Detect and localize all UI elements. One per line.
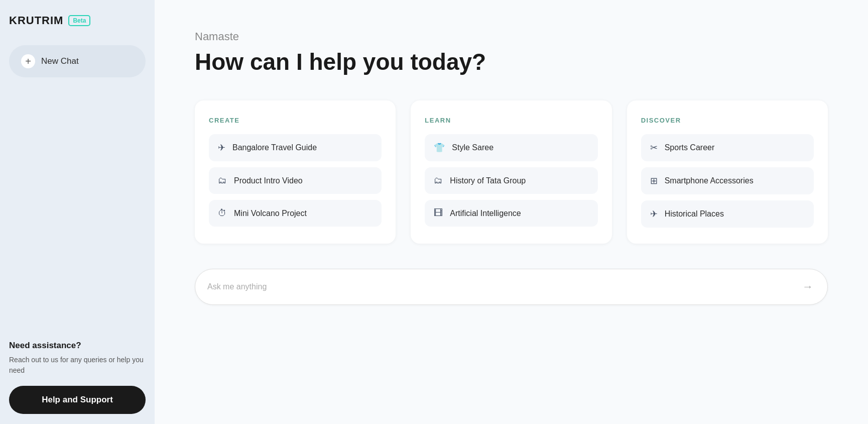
- greeting-main: How can I help you today?: [195, 48, 828, 75]
- item-icon: 🗂: [434, 175, 443, 186]
- card-item[interactable]: ✂Sports Career: [641, 134, 814, 161]
- item-icon: ✈: [218, 142, 225, 153]
- card-header-discover: DISCOVER: [641, 117, 814, 124]
- card-item[interactable]: ⊞Smartphone Accessories: [641, 167, 814, 194]
- card-header-create: CREATE: [209, 117, 382, 124]
- card-item[interactable]: ✈Historical Places: [641, 200, 814, 228]
- sidebar-bottom: Need assistance? Reach out to us for any…: [9, 341, 146, 414]
- new-chat-label: New Chat: [41, 56, 79, 66]
- chat-input[interactable]: [207, 282, 800, 291]
- card-item[interactable]: ✈Bangalore Travel Guide: [209, 134, 382, 161]
- item-icon: 👕: [434, 142, 445, 153]
- chat-input-area: →: [195, 269, 828, 305]
- item-icon: ✂: [650, 142, 658, 153]
- item-icon: 🎞: [434, 208, 443, 219]
- item-label: Sports Career: [665, 143, 715, 152]
- logo-area: KRUTRIM Beta: [9, 10, 146, 31]
- item-label: Historical Places: [665, 209, 724, 219]
- help-support-button[interactable]: Help and Support: [9, 386, 146, 414]
- logo-text: KRUTRIM: [9, 14, 63, 27]
- sidebar: KRUTRIM Beta + New Chat Need assistance?…: [0, 0, 155, 424]
- card-item[interactable]: 👕Style Saree: [425, 134, 597, 161]
- plus-icon: +: [21, 54, 35, 68]
- card-create: CREATE✈Bangalore Travel Guide🗂Product In…: [195, 100, 396, 244]
- item-icon: ⊞: [650, 175, 658, 186]
- item-label: Artificial Intelligence: [450, 209, 521, 218]
- item-icon: ✈: [650, 208, 658, 220]
- cards-row: CREATE✈Bangalore Travel Guide🗂Product In…: [195, 100, 828, 244]
- new-chat-button[interactable]: + New Chat: [9, 45, 146, 77]
- item-label: Style Saree: [452, 143, 493, 152]
- item-label: Product Intro Video: [234, 176, 303, 185]
- card-item[interactable]: ⏱Mini Volcano Project: [209, 200, 382, 227]
- main-content: Namaste How can I help you today? CREATE…: [155, 0, 868, 424]
- assistance-title: Need assistance?: [9, 341, 146, 351]
- card-item[interactable]: 🗂History of Tata Group: [425, 167, 597, 194]
- greeting-sub: Namaste: [195, 30, 828, 43]
- assistance-desc: Reach out to us for any queries or help …: [9, 355, 146, 376]
- item-label: Smartphone Accessories: [665, 176, 754, 185]
- item-label: Bangalore Travel Guide: [232, 143, 317, 152]
- send-button[interactable]: →: [800, 278, 815, 295]
- send-icon: →: [802, 280, 813, 293]
- item-label: Mini Volcano Project: [234, 209, 307, 218]
- beta-badge: Beta: [68, 15, 90, 26]
- card-header-learn: LEARN: [425, 117, 597, 124]
- item-icon: 🗂: [218, 175, 227, 186]
- card-item[interactable]: 🎞Artificial Intelligence: [425, 200, 597, 227]
- card-learn: LEARN👕Style Saree🗂History of Tata Group🎞…: [411, 100, 611, 244]
- card-item[interactable]: 🗂Product Intro Video: [209, 167, 382, 194]
- item-icon: ⏱: [218, 208, 227, 219]
- card-discover: DISCOVER✂Sports Career⊞Smartphone Access…: [627, 100, 828, 244]
- item-label: History of Tata Group: [450, 176, 526, 185]
